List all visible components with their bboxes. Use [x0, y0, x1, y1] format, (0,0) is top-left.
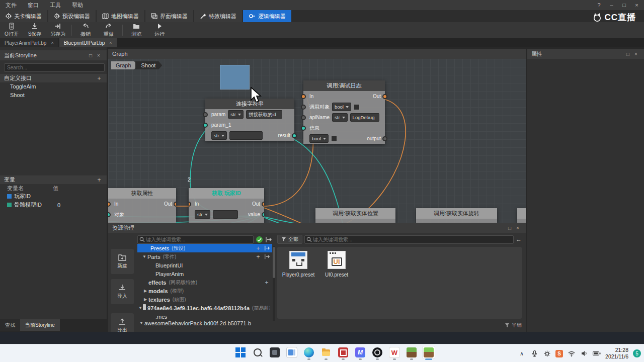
variable-row-skeletonid[interactable]: 骨骼模型ID 0 — [0, 201, 107, 209]
tab-effects-editor[interactable]: 特效编辑器 — [194, 10, 242, 22]
value-field[interactable] — [213, 210, 238, 219]
microphone-icon[interactable] — [530, 349, 538, 357]
taskbar-minecraft-app[interactable] — [405, 346, 418, 359]
add-interface-icon[interactable]: + — [96, 75, 103, 82]
float-panel-icon[interactable]: □ — [624, 51, 632, 57]
variable-row-playerid[interactable]: 玩家ID — [0, 192, 107, 201]
open-button[interactable]: O打开 — [0, 23, 23, 38]
storyline-search-input[interactable] — [4, 63, 105, 72]
type-dropdown[interactable]: str — [195, 210, 210, 219]
file-grid[interactable]: Player0.preset UI UI0.preset — [277, 247, 522, 319]
tree-row-package[interactable]: ▼ 974ae8e4-3ef9-11ec-baf6-44af28112b4a (… — [137, 304, 272, 312]
file-tab-playeranimpart[interactable]: PlayerAnimPart.bp × — [0, 38, 58, 47]
add-icon[interactable]: + — [255, 245, 262, 252]
tab-logic-editor[interactable]: 逻辑编辑器 — [243, 10, 291, 22]
close-tab-icon[interactable]: × — [109, 40, 112, 45]
taskbar-recorder-app[interactable] — [337, 346, 350, 359]
undo-button[interactable]: 撤销 — [74, 23, 97, 38]
taskbar-editor-app-active[interactable] — [422, 346, 435, 359]
node-call-get-entity-position[interactable]: 调用:获取实体位置 — [315, 208, 395, 223]
interface-item-toggleaim[interactable]: ToggleAim — [0, 82, 107, 91]
output-port[interactable] — [292, 133, 297, 138]
type-dropdown[interactable]: bool — [332, 103, 351, 111]
exec-in-port[interactable] — [189, 202, 191, 207]
node-get-playerid[interactable]: 获取 玩家ID In Out str value — [189, 188, 264, 223]
tree-row-models[interactable]: ▶ models (模型) — [137, 287, 272, 295]
tri-right-icon[interactable]: ▶ — [142, 289, 148, 293]
tree-row-playeranim[interactable]: PlayerAnim — [137, 269, 272, 278]
menu-help[interactable]: 帮助 — [66, 0, 89, 10]
collapse-all-icon[interactable] — [265, 236, 272, 243]
notification-badge[interactable]: 5 — [633, 349, 641, 357]
taskbar-search-button[interactable] — [251, 346, 264, 359]
add-icon[interactable]: + — [263, 279, 270, 286]
bool-checkbox[interactable] — [354, 104, 360, 110]
filter-toggle-icon[interactable] — [256, 236, 263, 243]
exec-in-port[interactable] — [301, 94, 306, 99]
tree-row-blueprintui[interactable]: BlueprintUI — [137, 261, 272, 269]
tree-row-parts[interactable]: ▼ Parts (零件) + — [137, 252, 272, 261]
tri-down-icon[interactable]: ▼ — [141, 254, 147, 259]
taskbar-photos-app[interactable] — [268, 346, 281, 359]
view-mode-toggle[interactable]: 平铺 — [512, 322, 522, 329]
tab-find[interactable]: 查找 — [0, 319, 20, 331]
tree-row-mcs[interactable]: .mcs — [137, 312, 272, 321]
run-button[interactable]: 运行 — [148, 23, 171, 38]
param-value-field[interactable]: 拼接获取的id — [246, 110, 282, 119]
save-button[interactable]: S保存 — [23, 23, 46, 38]
help-button[interactable]: ? — [593, 0, 605, 10]
close-button[interactable]: × — [630, 0, 643, 10]
add-icon[interactable]: + — [255, 253, 262, 260]
float-panel-icon[interactable]: □ — [87, 53, 95, 58]
menu-window[interactable]: 窗口 — [22, 0, 44, 10]
breadcrumb-shoot[interactable]: Shoot — [135, 61, 163, 69]
save-as-button[interactable]: 另存为 — [46, 23, 69, 38]
node-call-debug-log[interactable]: 调用:调试日志 In Out 调用对象 bool apiName str Log… — [303, 80, 385, 144]
minimize-button[interactable]: – — [605, 0, 618, 10]
menu-tools[interactable]: 工具 — [44, 0, 66, 10]
node-call-get-entity-rotation[interactable]: 调用:获取实体旋转 — [416, 208, 497, 223]
taskbar-clock[interactable]: 21:28 2021/11/6 — [605, 347, 628, 360]
output-port[interactable] — [262, 212, 264, 217]
breadcrumb-graph[interactable]: Graph — [111, 61, 138, 69]
add-variable-icon[interactable]: + — [96, 176, 103, 184]
tri-down-icon[interactable]: ▼ — [138, 306, 142, 310]
close-panel-icon[interactable]: × — [632, 51, 640, 57]
interface-item-shoot[interactable]: Shoot — [0, 91, 107, 100]
node-get-property[interactable]: 获取属性 In Out 对象 — [108, 188, 176, 223]
tab-map-editor[interactable]: 地图编辑器 — [97, 10, 144, 22]
tree-row-behaviorpack[interactable]: ▼ awesomeBehaviorPack-bd00f-2d-b50771-b — [137, 321, 272, 325]
bool-checkbox[interactable] — [331, 136, 337, 142]
apiname-field[interactable]: LogDebug — [350, 113, 379, 122]
close-tab-icon[interactable]: × — [51, 40, 53, 45]
input-port[interactable] — [203, 123, 208, 128]
export-row-icon[interactable] — [264, 245, 270, 251]
browse-button[interactable]: 浏览 — [125, 23, 148, 38]
taskbar-wps-app[interactable]: W — [388, 346, 401, 359]
speaker-icon[interactable] — [580, 349, 588, 357]
back-arrow-icon[interactable]: ← — [516, 236, 522, 243]
exec-out-port[interactable] — [174, 202, 176, 207]
tab-current-storyline[interactable]: 当前Storyline — [20, 319, 60, 331]
taskbar-edge-app[interactable] — [302, 346, 315, 359]
snipaste-tray-icon[interactable]: S — [555, 350, 563, 357]
exec-in-port[interactable] — [108, 202, 111, 207]
type-dropdown[interactable]: str — [211, 131, 227, 140]
tree-row-effects[interactable]: effects (网易版特效) + — [137, 278, 272, 287]
tab-level-editor[interactable]: 关卡编辑器 — [0, 10, 47, 22]
tree-search-input[interactable] — [137, 235, 254, 244]
input-port[interactable] — [108, 212, 111, 217]
import-button[interactable]: 导入 — [111, 279, 134, 304]
start-button[interactable] — [234, 346, 247, 359]
node-concat-string[interactable]: 连接字符串 param str 拼接获取的id param_1 str resu… — [205, 99, 294, 141]
exec-out-port[interactable] — [262, 202, 264, 207]
close-panel-icon[interactable]: × — [514, 225, 522, 231]
tray-overflow-chevron[interactable]: ∧ — [518, 349, 526, 357]
settings-gear-icon[interactable] — [543, 349, 551, 357]
tab-preset-editor[interactable]: 预设编辑器 — [48, 10, 96, 22]
filter-all-button[interactable]: 全部 — [277, 235, 302, 244]
input-port[interactable] — [203, 112, 208, 117]
taskbar-obs-app[interactable] — [371, 346, 384, 359]
tree-row-textures[interactable]: ▶ textures (贴图) — [137, 295, 272, 304]
exec-out-port[interactable] — [382, 94, 387, 99]
